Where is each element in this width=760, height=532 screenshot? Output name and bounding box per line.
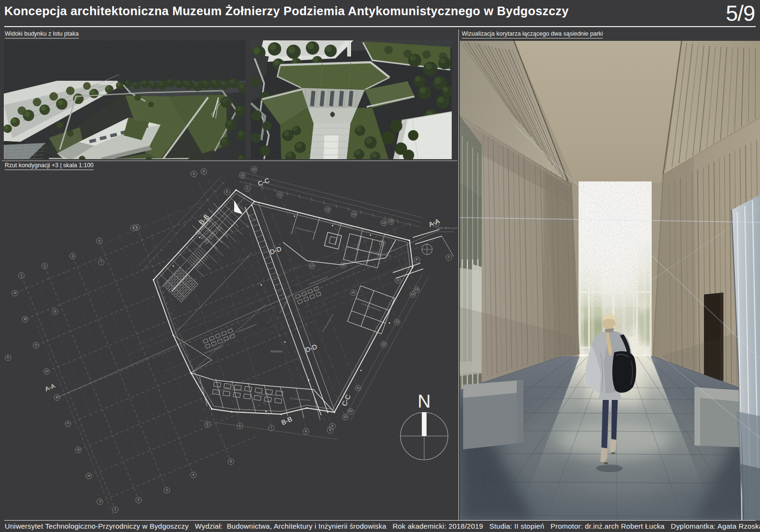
svg-text:9': 9' [331,424,333,428]
svg-text:+0.00 = 40.5 m n.p.m: +0.00 = 40.5 m n.p.m [437,227,457,229]
svg-text:9: 9 [329,428,331,432]
svg-text:4: 4 [98,239,100,242]
svg-text:10': 10' [348,409,352,413]
svg-text:8: 8 [305,429,307,433]
svg-text:3: 3 [166,488,168,492]
svg-text:PUSTKA: PUSTKA [271,350,282,353]
svg-text:12: 12 [382,342,386,346]
svg-text:F: F [67,422,69,425]
svg-text:D: D [45,370,48,373]
svg-text:O: O [397,278,399,282]
svg-text:B-B: B-B [280,415,294,427]
svg-text:9': 9' [202,170,205,173]
svg-text:2: 2 [44,264,46,267]
svg-text:13: 13 [352,212,356,216]
svg-text:C-C: C-C [257,176,271,188]
svg-text:K: K [226,190,228,193]
svg-text:2.04 Sala wystawiennicza: 2.04 Sala wystawiennicza [204,345,224,354]
svg-text:2.04 Sala wystawiennicza: 2.04 Sala wystawiennicza [290,398,311,401]
svg-text:10: 10 [343,415,347,418]
svg-text:2: 2 [138,498,140,502]
svg-text:14: 14 [411,293,415,296]
svg-text:2.04 Sala wystawiennicza: 2.04 Sala wystawiennicza [237,323,257,333]
svg-text:1: 1 [114,508,116,511]
svg-text:5': 5' [7,356,9,359]
svg-text:N: N [418,391,430,411]
svg-text:12: 12 [326,208,330,211]
svg-text:C-C: C-C [340,393,352,407]
svg-text:1: 1 [20,274,22,277]
svg-text:6: 6 [54,310,56,313]
svg-text:12': 12' [310,264,314,267]
svg-text:G: G [77,448,79,451]
svg-text:C: C [35,343,37,347]
svg-text:B: B [24,317,27,321]
svg-text:7: 7 [270,426,272,429]
svg-text:2.04 Sala wystawiennicza: 2.04 Sala wystawiennicza [322,314,334,332]
svg-text:14: 14 [382,221,386,224]
svg-text:F: F [448,256,450,259]
svg-text:C: C [246,187,248,190]
svg-text:8: 8 [133,226,134,229]
svg-text:7: 7 [100,260,102,264]
svg-text:3: 3 [72,254,74,257]
svg-text:A-A: A-A [44,382,56,392]
svg-text:B-B: B-B [197,213,210,226]
svg-text:E: E [435,222,437,226]
svg-text:10: 10 [240,173,244,177]
svg-text:J: J [99,500,101,503]
svg-text:15: 15 [415,288,418,291]
svg-text:4: 4 [192,473,194,476]
svg-text:A: A [14,291,16,294]
svg-text:9: 9 [193,172,195,175]
svg-text:P: P [416,258,418,261]
svg-text:11: 11 [278,193,281,196]
svg-text:11: 11 [356,386,360,390]
svg-text:H: H [87,474,90,477]
svg-text:5: 5 [230,460,232,463]
svg-text:D-D: D-D [304,342,318,354]
svg-text:N: N [352,291,354,294]
svg-text:D-D: D-D [269,245,283,256]
svg-text:2.04 Sala wystawiennicza: 2.04 Sala wystawiennicza [294,227,315,234]
svg-text:10': 10' [252,168,256,171]
svg-text:5': 5' [206,423,209,426]
svg-text:2.04 Sala wystawiennicza: 2.04 Sala wystawiennicza [308,276,329,285]
